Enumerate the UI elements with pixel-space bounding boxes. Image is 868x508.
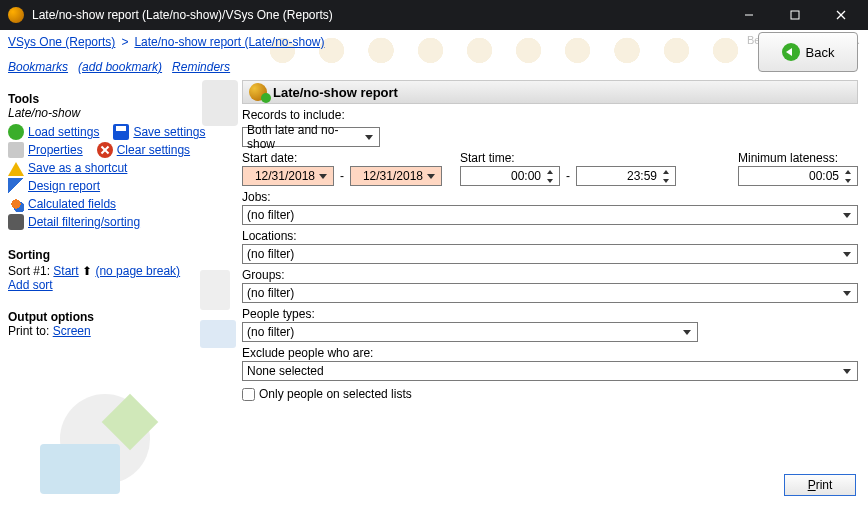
records-label: Records to include: xyxy=(242,108,858,122)
titlebar: Late/no-show report (Late/no-show)/VSys … xyxy=(0,0,868,30)
section-header: Late/no-show report xyxy=(242,80,858,104)
minimize-button[interactable] xyxy=(726,0,772,30)
min-lateness-input[interactable]: 00:05 xyxy=(738,166,858,186)
sort-prefix: Sort #1: xyxy=(8,264,53,278)
groups-label: Groups: xyxy=(242,268,858,282)
chevron-down-icon xyxy=(839,245,855,263)
printer-ghost-icon xyxy=(200,320,236,348)
clipboard-ghost-icon xyxy=(200,270,230,310)
close-button[interactable] xyxy=(818,0,864,30)
jobs-combo[interactable]: (no filter) xyxy=(242,205,858,225)
load-settings-link[interactable]: Load settings xyxy=(28,125,99,139)
start-time-to[interactable]: 23:59 xyxy=(576,166,676,186)
back-arrow-icon xyxy=(782,43,800,61)
calculated-fields-link[interactable]: Calculated fields xyxy=(28,197,116,211)
breadcrumb-root[interactable]: VSys One (Reports) xyxy=(8,35,115,49)
start-time-from[interactable]: 00:00 xyxy=(460,166,560,186)
reminders-link[interactable]: Reminders xyxy=(172,60,230,74)
calc-icon xyxy=(8,196,24,212)
left-panel: Tools Late/no-show Load settings Save se… xyxy=(0,80,242,508)
start-date-to[interactable]: 12/31/2018 xyxy=(350,166,442,186)
print-label-rest: rint xyxy=(816,478,833,492)
chevron-down-icon xyxy=(839,362,855,380)
back-button[interactable]: Back xyxy=(758,32,858,72)
maximize-button[interactable] xyxy=(772,0,818,30)
locations-combo[interactable]: (no filter) xyxy=(242,244,858,264)
detail-filtering-link[interactable]: Detail filtering/sorting xyxy=(28,215,140,229)
only-selected-checkbox[interactable] xyxy=(242,388,255,401)
sort-start-link[interactable]: Start xyxy=(53,264,78,278)
breadcrumb-sep: > xyxy=(121,35,128,49)
save-settings-link[interactable]: Save settings xyxy=(133,125,205,139)
section-header-icon xyxy=(249,83,267,101)
tools-heading: Tools xyxy=(8,92,234,106)
records-combo[interactable]: Both late and no-show xyxy=(242,127,380,147)
dash: - xyxy=(338,169,346,183)
properties-link[interactable]: Properties xyxy=(28,143,83,157)
breadcrumb: VSys One (Reports) > Late/no-show report… xyxy=(0,30,868,54)
print-button[interactable]: Print xyxy=(784,474,856,496)
breadcrumb-current[interactable]: Late/no-show report (Late/no-show) xyxy=(134,35,324,49)
svg-rect-1 xyxy=(791,11,799,19)
add-bookmark-link[interactable]: (add bookmark) xyxy=(78,60,162,74)
tools-subtitle: Late/no-show xyxy=(8,106,234,120)
chevron-down-icon xyxy=(315,167,331,185)
main-panel: Late/no-show report Records to include: … xyxy=(242,80,868,508)
output-prefix: Print to: xyxy=(8,324,53,338)
save-icon xyxy=(113,124,129,140)
locations-label: Locations: xyxy=(242,229,858,243)
start-date-label: Start date: xyxy=(242,151,442,165)
design-icon xyxy=(8,178,24,194)
bookmarks-bar: Bookmarks (add bookmark) Reminders xyxy=(0,54,868,80)
chevron-down-icon xyxy=(839,206,855,224)
chevron-down-icon xyxy=(362,128,377,146)
jobs-label: Jobs: xyxy=(242,190,858,204)
sorting-heading: Sorting xyxy=(8,248,234,262)
start-date-from[interactable]: 12/31/2018 xyxy=(242,166,334,186)
save-shortcut-link[interactable]: Save as a shortcut xyxy=(28,161,127,175)
chevron-down-icon xyxy=(423,167,439,185)
bookmarks-link[interactable]: Bookmarks xyxy=(8,60,68,74)
clear-settings-link[interactable]: Clear settings xyxy=(117,143,190,157)
only-selected-label: Only people on selected lists xyxy=(259,387,412,401)
shortcut-icon xyxy=(8,160,24,176)
properties-icon xyxy=(8,142,24,158)
people-types-label: People types: xyxy=(242,307,858,321)
back-label: Back xyxy=(806,45,835,60)
clear-icon xyxy=(97,142,113,158)
min-lateness-label: Minimum lateness: xyxy=(738,151,858,165)
start-time-label: Start time: xyxy=(460,151,676,165)
exclude-label: Exclude people who are: xyxy=(242,346,858,360)
groups-combo[interactable]: (no filter) xyxy=(242,283,858,303)
clipboard-icon xyxy=(202,80,238,126)
sort-nobreak-link[interactable]: (no page break) xyxy=(95,264,180,278)
dash: - xyxy=(564,169,572,183)
report-logo-icon xyxy=(40,394,180,504)
window-title: Late/no-show report (Late/no-show)/VSys … xyxy=(32,8,726,22)
design-report-link[interactable]: Design report xyxy=(28,179,100,193)
load-icon xyxy=(8,124,24,140)
people-types-combo[interactable]: (no filter) xyxy=(242,322,698,342)
exclude-combo[interactable]: None selected xyxy=(242,361,858,381)
chevron-down-icon xyxy=(679,323,695,341)
section-title: Late/no-show report xyxy=(273,85,398,100)
chevron-down-icon xyxy=(839,284,855,302)
add-sort-link[interactable]: Add sort xyxy=(8,278,53,292)
records-value: Both late and no-show xyxy=(247,123,362,151)
filter-icon xyxy=(8,214,24,230)
output-target-link[interactable]: Screen xyxy=(53,324,91,338)
app-icon xyxy=(8,7,24,23)
